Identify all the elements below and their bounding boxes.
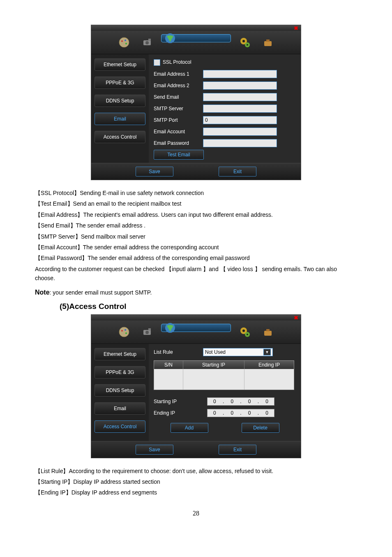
sidebar: Ethernet SetupPPPoE & 3GDDNS SetupEmailA… bbox=[91, 54, 149, 163]
description-line: 【Starting IP】Display IP address started … bbox=[35, 477, 357, 486]
svg-point-3 bbox=[125, 43, 127, 44]
camera-icon[interactable] bbox=[138, 34, 156, 51]
delete-button[interactable]: Delete bbox=[242, 423, 279, 433]
email-account-label: Email Account bbox=[154, 129, 203, 135]
sidebar-item-pppoe-3g[interactable]: PPPoE & 3G bbox=[95, 77, 145, 89]
svg-point-19 bbox=[145, 331, 149, 334]
briefcase-icon[interactable] bbox=[259, 324, 277, 340]
svg-point-25 bbox=[247, 334, 248, 335]
description-line: According to the customer request can be… bbox=[35, 265, 357, 283]
dialog-footer: Save Exit bbox=[91, 441, 301, 458]
svg-point-16 bbox=[125, 329, 126, 331]
description-line: 【SMTP Server】Send mailbox mail server bbox=[35, 232, 357, 241]
email1-input[interactable] bbox=[203, 70, 277, 78]
send-email-input[interactable] bbox=[203, 93, 277, 101]
dialog-titlebar: ✖ bbox=[91, 25, 301, 31]
smtp-port-label: SMTP Port bbox=[154, 117, 203, 123]
save-button[interactable]: Save bbox=[136, 445, 173, 455]
email-password-input[interactable] bbox=[203, 139, 277, 147]
description-list-2: 【List Rule】According to the requirement … bbox=[35, 466, 357, 497]
sidebar-item-ddns-setup[interactable]: DDNS Setup bbox=[95, 95, 145, 107]
svg-rect-27 bbox=[266, 329, 270, 331]
note-label: Note bbox=[35, 289, 50, 296]
description-list-1: 【SSL Protocol】Sending E-mail in use safe… bbox=[35, 188, 357, 283]
send-email-label: Send Email bbox=[154, 94, 203, 100]
sidebar-item-ddns-setup[interactable]: DDNS Setup bbox=[95, 384, 145, 397]
sidebar-item-email[interactable]: Email bbox=[95, 113, 145, 125]
camera-icon[interactable] bbox=[138, 324, 156, 340]
gears-icon[interactable] bbox=[236, 34, 254, 51]
description-line: 【Ending IP】Display IP address end segmen… bbox=[35, 488, 357, 497]
sidebar: Ethernet SetupPPPoE & 3GDDNS SetupEmailA… bbox=[91, 344, 149, 441]
chevron-down-icon: ▼ bbox=[263, 349, 271, 355]
add-button[interactable]: Add bbox=[171, 423, 208, 433]
globe-icon[interactable] bbox=[161, 34, 231, 42]
svg-point-15 bbox=[121, 330, 123, 332]
palette-icon[interactable] bbox=[115, 34, 133, 51]
ssl-checkbox[interactable] bbox=[154, 59, 160, 66]
svg-rect-26 bbox=[264, 331, 272, 336]
ssl-label: SSL Protocol bbox=[163, 59, 191, 65]
th-ending-ip: Ending IP bbox=[244, 361, 294, 369]
section-title: (5)Access Control bbox=[60, 302, 357, 311]
save-button[interactable]: Save bbox=[136, 167, 173, 176]
close-icon[interactable]: ✖ bbox=[294, 315, 298, 321]
svg-point-2 bbox=[125, 39, 126, 41]
dialog-footer: Save Exit bbox=[91, 163, 301, 180]
description-line: 【SSL Protocol】Sending E-mail in use safe… bbox=[35, 188, 357, 197]
starting-ip-input[interactable]: 0.0.0.0 bbox=[207, 397, 274, 406]
list-rule-label: List Rule bbox=[154, 349, 203, 355]
svg-point-1 bbox=[121, 40, 123, 42]
smtp-server-label: SMTP Server bbox=[154, 106, 203, 111]
ending-ip-input[interactable]: 0.0.0.0 bbox=[207, 409, 274, 417]
ip-table: S/N Starting IP Ending IP bbox=[154, 360, 294, 390]
sidebar-item-ethernet-setup[interactable]: Ethernet Setup bbox=[95, 58, 145, 71]
description-line: 【Email Account】The sender email address … bbox=[35, 243, 357, 252]
sidebar-item-ethernet-setup[interactable]: Ethernet Setup bbox=[95, 348, 145, 360]
sidebar-item-access-control[interactable]: Access Control bbox=[95, 420, 145, 433]
list-rule-value: Not Used bbox=[205, 349, 226, 355]
main-panel: List Rule Not Used ▼ S/N Starting IP End… bbox=[149, 344, 301, 441]
svg-point-9 bbox=[242, 40, 245, 42]
note-text: : your sender email must support SMTP. bbox=[50, 289, 152, 296]
smtp-port-input[interactable] bbox=[203, 116, 277, 124]
svg-rect-20 bbox=[148, 328, 151, 330]
sidebar-item-pppoe-3g[interactable]: PPPoE & 3G bbox=[95, 366, 145, 378]
email2-label: Email Address 2 bbox=[154, 83, 203, 88]
access-control-dialog: ✖ Ethernet SetupPPPoE & 3GDDNS SetupEmai… bbox=[91, 314, 301, 458]
description-line: 【Email Address】The recipient's email add… bbox=[35, 210, 357, 219]
note-line: Note: your sender email must support SMT… bbox=[35, 289, 357, 296]
gears-icon[interactable] bbox=[236, 324, 254, 340]
email1-label: Email Address 1 bbox=[154, 71, 203, 77]
description-line: 【Send Email】The sender email address . bbox=[35, 221, 357, 230]
svg-rect-13 bbox=[266, 39, 270, 42]
main-panel: SSL Protocol Email Address 1 Email Addre… bbox=[149, 54, 301, 163]
sidebar-item-access-control[interactable]: Access Control bbox=[95, 131, 145, 143]
description-line: 【List Rule】According to the requirement … bbox=[35, 466, 357, 476]
svg-point-5 bbox=[145, 41, 149, 44]
email-account-input[interactable] bbox=[203, 128, 277, 136]
svg-rect-6 bbox=[148, 39, 151, 41]
toolbar bbox=[91, 320, 301, 344]
globe-icon[interactable] bbox=[161, 324, 231, 332]
briefcase-icon[interactable] bbox=[259, 34, 277, 51]
sidebar-item-email[interactable]: Email bbox=[95, 402, 145, 415]
svg-rect-12 bbox=[264, 41, 272, 46]
toolbar bbox=[91, 31, 301, 54]
exit-button[interactable]: Exit bbox=[219, 167, 256, 176]
email-dialog: ✖ Ethernet SetupPPPoE & 3GDDNS SetupEmai… bbox=[91, 25, 301, 180]
test-email-button[interactable]: Test Email bbox=[154, 150, 204, 160]
starting-ip-label: Starting IP bbox=[154, 399, 207, 404]
page-number: 28 bbox=[35, 510, 357, 517]
svg-point-11 bbox=[247, 44, 248, 46]
dialog-titlebar: ✖ bbox=[91, 315, 301, 320]
th-sn: S/N bbox=[154, 361, 183, 369]
svg-point-17 bbox=[125, 332, 127, 334]
email2-input[interactable] bbox=[203, 81, 277, 90]
palette-icon[interactable] bbox=[115, 324, 133, 340]
exit-button[interactable]: Exit bbox=[219, 445, 256, 455]
email-password-label: Email Password bbox=[154, 140, 203, 146]
list-rule-select[interactable]: Not Used ▼ bbox=[203, 348, 273, 356]
smtp-server-input[interactable] bbox=[203, 104, 277, 113]
close-icon[interactable]: ✖ bbox=[294, 25, 298, 31]
